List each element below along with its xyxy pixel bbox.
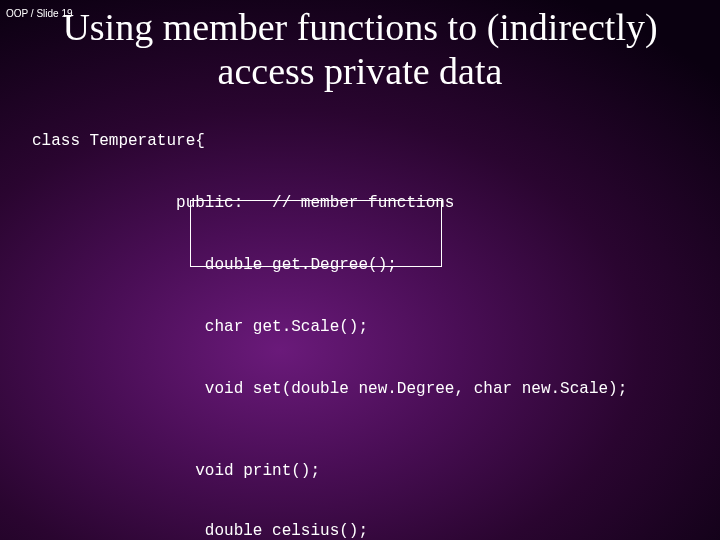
title-line-1: Using member functions to (indirectly): [62, 6, 657, 48]
slide-header: OOP / Slide 19: [6, 8, 73, 19]
code-line: void print();: [32, 463, 720, 479]
highlight-box: [190, 200, 442, 267]
code-line: double celsius();: [32, 523, 720, 539]
slide-title: Using member functions to (indirectly) a…: [0, 0, 720, 93]
code-block: class Temperature{ public: // member fun…: [32, 117, 720, 540]
code-line: char get.Scale();: [32, 319, 720, 335]
code-line: void set(double new.Degree, char new.Sca…: [32, 381, 720, 397]
code-line: class Temperature{: [32, 133, 720, 149]
title-line-2: access private data: [218, 50, 503, 92]
